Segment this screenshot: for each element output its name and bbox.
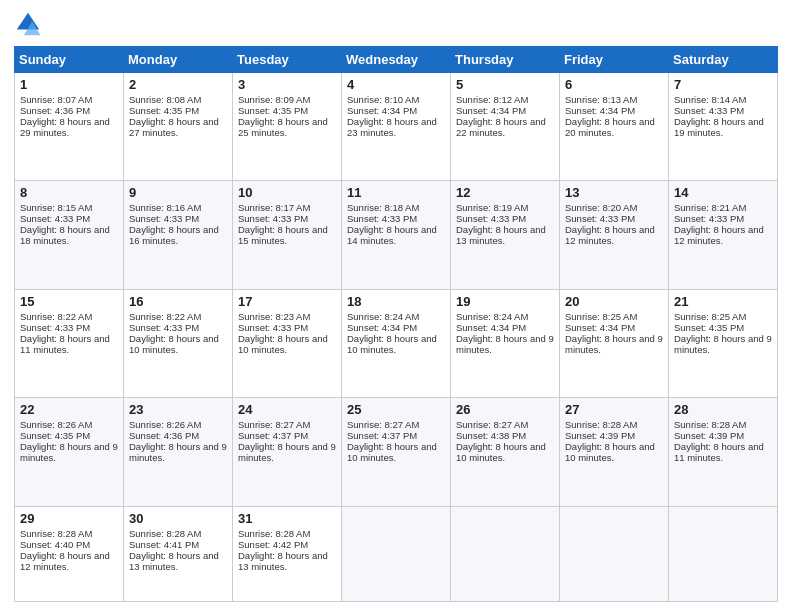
sunrise-text: Sunrise: 8:28 AM (674, 419, 746, 430)
calendar-cell: 1Sunrise: 8:07 AMSunset: 4:36 PMDaylight… (15, 73, 124, 181)
logo (14, 10, 46, 38)
calendar-cell: 12Sunrise: 8:19 AMSunset: 4:33 PMDayligh… (451, 181, 560, 289)
daylight-text: Daylight: 8 hours and 27 minutes. (129, 116, 219, 138)
daylight-text: Daylight: 8 hours and 12 minutes. (674, 224, 764, 246)
sunset-text: Sunset: 4:39 PM (674, 430, 744, 441)
sunset-text: Sunset: 4:34 PM (347, 105, 417, 116)
sunrise-text: Sunrise: 8:27 AM (456, 419, 528, 430)
calendar-cell: 13Sunrise: 8:20 AMSunset: 4:33 PMDayligh… (560, 181, 669, 289)
sunrise-text: Sunrise: 8:22 AM (20, 311, 92, 322)
sunrise-text: Sunrise: 8:28 AM (238, 528, 310, 539)
calendar-cell (669, 506, 778, 601)
daylight-text: Daylight: 8 hours and 12 minutes. (20, 550, 110, 572)
page: SundayMondayTuesdayWednesdayThursdayFrid… (0, 0, 792, 612)
day-number: 1 (20, 77, 118, 92)
calendar-cell: 26Sunrise: 8:27 AMSunset: 4:38 PMDayligh… (451, 398, 560, 506)
day-number: 2 (129, 77, 227, 92)
calendar-cell: 9Sunrise: 8:16 AMSunset: 4:33 PMDaylight… (124, 181, 233, 289)
daylight-text: Daylight: 8 hours and 23 minutes. (347, 116, 437, 138)
day-number: 4 (347, 77, 445, 92)
sunrise-text: Sunrise: 8:26 AM (129, 419, 201, 430)
sunset-text: Sunset: 4:38 PM (456, 430, 526, 441)
daylight-text: Daylight: 8 hours and 13 minutes. (456, 224, 546, 246)
sunrise-text: Sunrise: 8:27 AM (347, 419, 419, 430)
daylight-text: Daylight: 8 hours and 9 minutes. (129, 441, 227, 463)
day-number: 8 (20, 185, 118, 200)
sunrise-text: Sunrise: 8:17 AM (238, 202, 310, 213)
day-number: 15 (20, 294, 118, 309)
col-header-sunday: Sunday (15, 47, 124, 73)
sunset-text: Sunset: 4:35 PM (674, 322, 744, 333)
sunset-text: Sunset: 4:39 PM (565, 430, 635, 441)
sunset-text: Sunset: 4:42 PM (238, 539, 308, 550)
daylight-text: Daylight: 8 hours and 12 minutes. (565, 224, 655, 246)
calendar-cell: 15Sunrise: 8:22 AMSunset: 4:33 PMDayligh… (15, 289, 124, 397)
calendar-cell: 25Sunrise: 8:27 AMSunset: 4:37 PMDayligh… (342, 398, 451, 506)
calendar-table: SundayMondayTuesdayWednesdayThursdayFrid… (14, 46, 778, 602)
daylight-text: Daylight: 8 hours and 16 minutes. (129, 224, 219, 246)
sunset-text: Sunset: 4:33 PM (347, 213, 417, 224)
daylight-text: Daylight: 8 hours and 9 minutes. (238, 441, 336, 463)
sunset-text: Sunset: 4:33 PM (565, 213, 635, 224)
day-number: 31 (238, 511, 336, 526)
calendar-cell: 8Sunrise: 8:15 AMSunset: 4:33 PMDaylight… (15, 181, 124, 289)
daylight-text: Daylight: 8 hours and 9 minutes. (456, 333, 554, 355)
sunset-text: Sunset: 4:34 PM (565, 105, 635, 116)
daylight-text: Daylight: 8 hours and 25 minutes. (238, 116, 328, 138)
sunset-text: Sunset: 4:33 PM (238, 322, 308, 333)
calendar-cell: 14Sunrise: 8:21 AMSunset: 4:33 PMDayligh… (669, 181, 778, 289)
daylight-text: Daylight: 8 hours and 10 minutes. (238, 333, 328, 355)
calendar-cell: 6Sunrise: 8:13 AMSunset: 4:34 PMDaylight… (560, 73, 669, 181)
calendar-cell: 30Sunrise: 8:28 AMSunset: 4:41 PMDayligh… (124, 506, 233, 601)
sunrise-text: Sunrise: 8:22 AM (129, 311, 201, 322)
calendar-cell: 23Sunrise: 8:26 AMSunset: 4:36 PMDayligh… (124, 398, 233, 506)
daylight-text: Daylight: 8 hours and 9 minutes. (674, 333, 772, 355)
day-number: 12 (456, 185, 554, 200)
sunset-text: Sunset: 4:40 PM (20, 539, 90, 550)
daylight-text: Daylight: 8 hours and 10 minutes. (129, 333, 219, 355)
sunrise-text: Sunrise: 8:12 AM (456, 94, 528, 105)
daylight-text: Daylight: 8 hours and 18 minutes. (20, 224, 110, 246)
sunset-text: Sunset: 4:35 PM (238, 105, 308, 116)
day-number: 10 (238, 185, 336, 200)
daylight-text: Daylight: 8 hours and 13 minutes. (238, 550, 328, 572)
daylight-text: Daylight: 8 hours and 10 minutes. (347, 333, 437, 355)
sunset-text: Sunset: 4:33 PM (674, 213, 744, 224)
daylight-text: Daylight: 8 hours and 10 minutes. (565, 441, 655, 463)
sunrise-text: Sunrise: 8:24 AM (347, 311, 419, 322)
sunset-text: Sunset: 4:36 PM (129, 430, 199, 441)
col-header-saturday: Saturday (669, 47, 778, 73)
calendar-cell: 18Sunrise: 8:24 AMSunset: 4:34 PMDayligh… (342, 289, 451, 397)
calendar-cell: 22Sunrise: 8:26 AMSunset: 4:35 PMDayligh… (15, 398, 124, 506)
day-number: 13 (565, 185, 663, 200)
daylight-text: Daylight: 8 hours and 9 minutes. (20, 441, 118, 463)
day-number: 6 (565, 77, 663, 92)
calendar-cell: 5Sunrise: 8:12 AMSunset: 4:34 PMDaylight… (451, 73, 560, 181)
calendar-cell (342, 506, 451, 601)
day-number: 11 (347, 185, 445, 200)
day-number: 26 (456, 402, 554, 417)
sunset-text: Sunset: 4:33 PM (238, 213, 308, 224)
day-number: 14 (674, 185, 772, 200)
daylight-text: Daylight: 8 hours and 29 minutes. (20, 116, 110, 138)
col-header-friday: Friday (560, 47, 669, 73)
sunset-text: Sunset: 4:34 PM (456, 322, 526, 333)
calendar-cell: 3Sunrise: 8:09 AMSunset: 4:35 PMDaylight… (233, 73, 342, 181)
logo-icon (14, 10, 42, 38)
calendar-cell: 2Sunrise: 8:08 AMSunset: 4:35 PMDaylight… (124, 73, 233, 181)
sunset-text: Sunset: 4:35 PM (20, 430, 90, 441)
svg-marker-0 (17, 13, 39, 30)
daylight-text: Daylight: 8 hours and 9 minutes. (565, 333, 663, 355)
calendar-cell: 28Sunrise: 8:28 AMSunset: 4:39 PMDayligh… (669, 398, 778, 506)
day-number: 29 (20, 511, 118, 526)
sunset-text: Sunset: 4:37 PM (238, 430, 308, 441)
day-number: 3 (238, 77, 336, 92)
sunrise-text: Sunrise: 8:28 AM (20, 528, 92, 539)
sunset-text: Sunset: 4:33 PM (129, 322, 199, 333)
sunset-text: Sunset: 4:34 PM (565, 322, 635, 333)
day-number: 22 (20, 402, 118, 417)
col-header-thursday: Thursday (451, 47, 560, 73)
sunset-text: Sunset: 4:33 PM (20, 213, 90, 224)
sunset-text: Sunset: 4:33 PM (20, 322, 90, 333)
sunrise-text: Sunrise: 8:23 AM (238, 311, 310, 322)
